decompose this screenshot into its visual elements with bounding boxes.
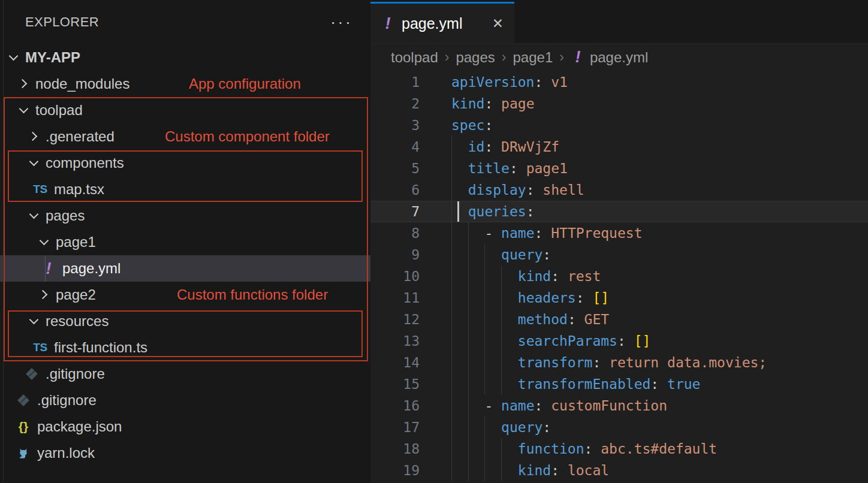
breadcrumb-item-page1[interactable]: page1 — [513, 49, 553, 66]
tree-item-gitignore[interactable]: .gitignore — [0, 387, 370, 413]
line-number: 8 — [370, 225, 420, 241]
indent-guide — [468, 352, 469, 373]
indent-guide — [451, 136, 452, 158]
code-line-text: queries: — [451, 204, 535, 219]
explorer-header: EXPLORER ··· — [0, 0, 370, 44]
line-number: 19 — [370, 463, 420, 478]
line-number: 5 — [370, 161, 420, 176]
code-line-16[interactable]: 16 - name: customFunction — [370, 395, 868, 416]
git-icon — [23, 365, 41, 383]
indent-guide — [501, 352, 502, 373]
indent-guide — [451, 373, 452, 395]
line-number: 18 — [370, 441, 420, 457]
indent-guide — [484, 373, 485, 395]
code-line-text: function: abc.ts#default — [451, 441, 717, 457]
git-icon — [14, 391, 32, 409]
tree-item-label: components — [46, 155, 124, 171]
code-line-15[interactable]: 15 transformEnabled: true — [370, 373, 868, 395]
breadcrumb-item-toolpad[interactable]: toolpad — [391, 49, 438, 66]
sidebar-left-border — [3, 0, 4, 483]
code-line-10[interactable]: 10 kind: rest — [370, 265, 868, 287]
indent-guide — [468, 416, 469, 438]
chevron-down-icon — [28, 156, 41, 170]
breadcrumb-item-page-yml[interactable]: !page.yml — [571, 49, 648, 67]
code-line-3[interactable]: 3spec: — [370, 114, 868, 136]
code-line-text: apiVersion: v1 — [451, 74, 568, 90]
code-line-17[interactable]: 17 query: — [370, 416, 868, 438]
code-editor[interactable]: 1apiVersion: v12kind: page3spec:4 id: DR… — [370, 71, 868, 483]
code-line-12[interactable]: 12 method: GET — [370, 309, 868, 330]
tree-item-label: resources — [46, 313, 108, 330]
code-line-8[interactable]: 8 - name: HTTPrequest — [370, 222, 868, 244]
tree-item-pages[interactable]: pages — [0, 203, 370, 229]
tree-item-page-yml[interactable]: !page.yml — [0, 255, 370, 282]
line-number: 9 — [370, 247, 420, 262]
code-line-text: kind: rest — [451, 268, 601, 284]
code-line-5[interactable]: 5 title: page1 — [370, 158, 868, 179]
tree-item-label: toolpad — [35, 102, 83, 119]
tree-item-label: page.yml — [62, 260, 120, 277]
code-line-11[interactable]: 11 headers: [] — [370, 287, 868, 309]
tree-item-page2[interactable]: page2Custom functions folder — [0, 282, 370, 308]
code-line-2[interactable]: 2kind: page — [370, 93, 868, 114]
code-line-13[interactable]: 13 searchParams: [] — [370, 330, 868, 352]
tree-item-label: package.json — [37, 418, 122, 435]
indent-guide — [484, 287, 485, 309]
breadcrumb-separator: › — [445, 49, 450, 65]
chevron-down-icon — [7, 51, 20, 64]
annotation-custom-functions-folder: Custom functions folder — [177, 286, 328, 303]
tree-item-first-function-ts[interactable]: TSfirst-function.ts — [0, 334, 370, 361]
tree-item-generated[interactable]: .generatedCustom component folder — [0, 123, 370, 150]
tree-item-node-modules[interactable]: node_modulesApp configuration — [0, 71, 370, 97]
tree-item-label: pages — [46, 207, 85, 224]
indent-guide — [451, 201, 452, 222]
tree-item-page1[interactable]: page1 — [0, 229, 370, 255]
code-line-4[interactable]: 4 id: DRwVjZf — [370, 136, 868, 158]
chevron-down-icon — [28, 209, 41, 222]
tree-item-my-app[interactable]: MY-APP — [0, 44, 370, 71]
code-line-text: query: — [451, 419, 551, 435]
indent-guide — [451, 438, 452, 460]
breadcrumb-item-label: pages — [456, 49, 495, 66]
chevron-down-icon — [38, 236, 51, 249]
tree-item-components[interactable]: components — [0, 150, 370, 176]
json-icon: {} — [14, 418, 32, 436]
indent-guide — [484, 438, 485, 460]
close-icon[interactable]: ✕ — [492, 16, 504, 32]
tree-item-map-tsx[interactable]: TSmap.tsx — [0, 176, 370, 203]
more-actions-icon[interactable]: ··· — [330, 16, 352, 28]
code-line-1[interactable]: 1apiVersion: v1 — [370, 71, 868, 93]
indent-guide — [468, 438, 469, 460]
code-line-7[interactable]: 7 queries: — [370, 201, 868, 222]
indent-guide — [451, 287, 452, 309]
indent-guide — [451, 179, 452, 201]
tree-item-toolpad[interactable]: toolpad — [0, 97, 370, 123]
indent-guide — [484, 309, 485, 330]
tab-page-yml[interactable]: ! page.yml ✕ — [370, 2, 514, 43]
indent-guide — [451, 395, 452, 416]
code-line-text: kind: page — [451, 96, 534, 111]
line-number: 10 — [370, 268, 420, 284]
code-line-18[interactable]: 18 function: abc.ts#default — [370, 438, 868, 460]
code-line-text: title: page1 — [451, 161, 568, 176]
line-number: 14 — [370, 355, 420, 370]
line-number: 6 — [370, 182, 420, 198]
tree-item-gitignore[interactable]: .gitignore — [0, 361, 370, 387]
indent-guide — [501, 309, 502, 330]
tree-item-label: node_modules — [35, 76, 129, 92]
code-line-14[interactable]: 14 transform: return data.movies; — [370, 352, 868, 373]
indent-guide — [451, 309, 452, 330]
tree-item-package-json[interactable]: {}package.json — [0, 413, 370, 440]
code-line-9[interactable]: 9 query: — [370, 244, 868, 265]
chevron-down-icon — [28, 315, 41, 328]
code-line-19[interactable]: 19 kind: local — [370, 460, 868, 481]
code-line-text: - name: customFunction — [451, 398, 667, 413]
code-line-text: - name: HTTPrequest — [451, 225, 643, 241]
line-number: 3 — [370, 117, 420, 133]
warning-icon: ! — [40, 259, 58, 277]
code-line-6[interactable]: 6 display: shell — [370, 179, 868, 201]
tree-item-yarn-lock[interactable]: yarn.lock — [0, 440, 370, 466]
breadcrumb-item-pages[interactable]: pages — [456, 49, 495, 66]
tree-item-resources[interactable]: resources — [0, 308, 370, 334]
annotation-custom-component-folder: Custom component folder — [165, 128, 330, 145]
